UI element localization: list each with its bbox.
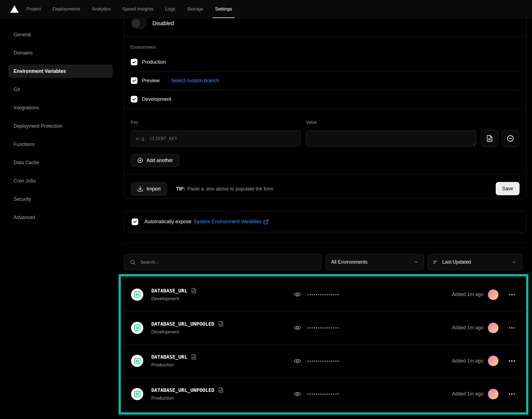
nav-tab-storage[interactable]: Storage [181,0,209,18]
reveal-value-eye-icon[interactable] [294,390,301,398]
auto-expose-checkbox[interactable] [132,219,138,225]
add-another-label: Add another [147,158,173,163]
environment-filter-dropdown[interactable]: All Environments [326,254,424,270]
sidebar-item-general[interactable]: General [8,28,113,41]
environment-section-label: Environment [131,45,156,50]
paste-env-file-button[interactable] [481,130,498,147]
chevron-down-icon [511,259,517,265]
nav-tab-speed-insights[interactable]: Speed Insights [116,0,159,18]
auto-expose-card: Automatically expose System Environment … [124,211,526,232]
sensitive-toggle[interactable] [131,18,147,29]
reveal-value-eye-icon[interactable] [294,324,301,331]
divider [124,174,526,175]
sidebar-item-git[interactable]: Git [8,83,113,96]
sidebar-item-environment-variables[interactable]: Environment Variables [8,65,113,78]
neon-integration-icon [131,355,143,367]
remove-row-button[interactable] [502,130,519,147]
sidebar-item-cron-jobs[interactable]: Cron Jobs [8,174,113,187]
import-label: Import [147,186,161,192]
env-var-name: DATABASE_URL_UNPOOLED [151,321,214,327]
sidebar-item-data-cache[interactable]: Data Cache [8,156,113,169]
search-input[interactable] [140,259,321,265]
system-env-vars-link[interactable]: System Environment Variables [194,219,269,225]
production-checkbox[interactable] [131,59,137,65]
note-icon[interactable] [218,387,224,393]
env-var-row[interactable]: DATABASE_URL Development •••••••••••••••… [124,278,523,311]
masked-value: ••••••••••••••• [307,325,339,330]
env-var-name: DATABASE_URL [151,288,187,294]
search-icon [130,259,136,265]
preview-label: Preview [142,78,160,84]
toggle-label: Disabled [152,20,174,27]
select-custom-branch-link[interactable]: Select custom branch [171,78,219,84]
note-icon[interactable] [191,288,197,294]
row-menu-button[interactable] [507,359,517,363]
reveal-value-eye-icon[interactable] [294,291,301,298]
tip-text: TIP: Paste a .env above to populate the … [176,182,273,196]
key-input[interactable] [131,130,301,146]
save-button[interactable]: Save [496,182,520,195]
added-timestamp: Added 1m ago [452,391,484,397]
added-timestamp: Added 1m ago [452,292,484,297]
nav-tab-project[interactable]: Project [21,0,47,18]
filters-row: All Environments Last Updated [124,254,526,270]
user-avatar [488,356,498,366]
sidebar-item-domains[interactable]: Domains [8,46,113,60]
sort-lines-icon [433,259,438,265]
reveal-value-eye-icon[interactable] [294,357,301,365]
settings-sidebar: General Domains Environment Variables Gi… [8,28,113,229]
nav-tab-deployments[interactable]: Deployments [47,0,86,18]
user-avatar [488,323,498,333]
vercel-logo-icon[interactable] [0,5,21,13]
value-input[interactable] [306,130,476,146]
chevron-down-icon [413,259,419,265]
add-another-button[interactable]: Add another [131,154,179,167]
tip-prefix: TIP: [176,186,185,192]
masked-value: ••••••••••••••• [307,359,339,363]
nav-tab-logs[interactable]: Logs [159,0,181,18]
top-navigation: Project Deployments Analytics Speed Insi… [0,0,532,18]
development-label: Development [142,96,171,102]
resize-handle-icon[interactable] [472,142,475,145]
auto-expose-label: Automatically expose [144,219,191,225]
search-box[interactable] [124,254,321,270]
row-menu-button[interactable] [507,292,517,297]
env-var-row[interactable]: DATABASE_URL Production ••••••••••••••• … [124,344,523,377]
env-var-row[interactable]: DATABASE_URL_UNPOOLED Production •••••••… [124,377,523,410]
sort-dropdown[interactable]: Last Updated [428,254,522,270]
divider [131,71,520,71]
env-var-row[interactable]: DATABASE_URL_UNPOOLED Development ••••••… [124,311,523,345]
neon-integration-icon [131,388,143,400]
note-icon[interactable] [191,354,197,360]
nav-tab-analytics[interactable]: Analytics [86,0,116,18]
row-menu-button[interactable] [507,392,517,397]
sidebar-item-security[interactable]: Security [8,192,113,206]
plus-circle-icon [137,157,143,163]
minus-circle-icon [507,135,514,142]
neon-integration-icon [131,289,143,301]
row-menu-button[interactable] [507,326,517,330]
env-var-form-card: Disabled Environment Production Preview … [124,3,526,199]
key-label: Key [131,120,139,125]
import-button[interactable]: Import [131,182,167,196]
system-env-vars-link-text: System Environment Variables [194,219,262,225]
checkmark-icon [132,97,136,101]
note-icon[interactable] [218,321,224,327]
nav-tab-settings[interactable]: Settings [209,0,238,18]
masked-value: ••••••••••••••• [307,392,339,396]
divider [131,90,520,90]
preview-checkbox[interactable] [131,77,137,84]
sidebar-item-functions[interactable]: Functions [8,138,113,151]
sidebar-item-integrations[interactable]: Integrations [8,101,113,114]
user-avatar [488,389,498,399]
external-link-icon [263,219,269,225]
sidebar-item-deployment-protection[interactable]: Deployment Protection [8,119,113,133]
tip-body: Paste a .env above to populate the form [187,186,273,192]
toggle-knob [132,19,140,27]
value-label: Value [306,120,317,125]
env-var-name: DATABASE_URL [151,354,187,360]
development-checkbox[interactable] [131,96,137,102]
production-label: Production [142,59,166,65]
sidebar-item-advanced[interactable]: Advanced [8,211,113,224]
env-var-environment: Development [151,296,197,302]
